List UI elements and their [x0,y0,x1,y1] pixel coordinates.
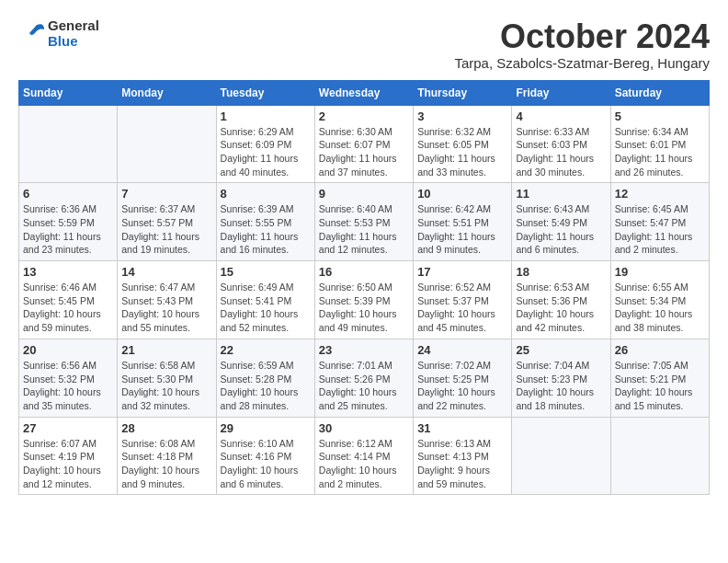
day-number: 1 [221,109,311,123]
day-number: 7 [121,187,211,201]
calendar-cell: 5Sunrise: 6:34 AM Sunset: 6:01 PM Daylig… [610,105,709,183]
calendar-cell [118,105,216,183]
day-info: Sunrise: 7:01 AM Sunset: 5:26 PM Dayligh… [319,359,409,413]
logo-general: General [48,18,99,34]
calendar-cell: 7Sunrise: 6:37 AM Sunset: 5:57 PM Daylig… [118,183,216,261]
calendar-cell [610,417,709,495]
day-info: Sunrise: 7:05 AM Sunset: 5:21 PM Dayligh… [615,359,705,413]
calendar-cell: 10Sunrise: 6:42 AM Sunset: 5:51 PM Dayli… [414,183,512,261]
calendar-cell: 18Sunrise: 6:53 AM Sunset: 5:36 PM Dayli… [512,261,610,339]
day-info: Sunrise: 6:10 AM Sunset: 4:16 PM Dayligh… [221,437,311,491]
day-info: Sunrise: 6:49 AM Sunset: 5:41 PM Dayligh… [221,281,311,335]
day-number: 10 [417,187,507,201]
day-info: Sunrise: 7:04 AM Sunset: 5:23 PM Dayligh… [516,359,606,413]
calendar-week-row: 20Sunrise: 6:56 AM Sunset: 5:32 PM Dayli… [19,339,710,417]
day-number: 28 [121,421,211,435]
day-info: Sunrise: 6:36 AM Sunset: 5:59 PM Dayligh… [23,202,113,257]
day-number: 23 [319,343,409,357]
day-of-week-header: Friday [512,80,610,105]
day-number: 5 [615,109,705,123]
day-info: Sunrise: 6:34 AM Sunset: 6:01 PM Dayligh… [615,125,705,179]
day-info: Sunrise: 6:40 AM Sunset: 5:53 PM Dayligh… [319,202,409,257]
calendar-cell: 22Sunrise: 6:59 AM Sunset: 5:28 PM Dayli… [216,339,314,417]
calendar-cell: 26Sunrise: 7:05 AM Sunset: 5:21 PM Dayli… [610,339,709,417]
day-info: Sunrise: 6:32 AM Sunset: 6:05 PM Dayligh… [417,125,507,179]
day-info: Sunrise: 6:53 AM Sunset: 5:36 PM Dayligh… [516,281,606,335]
calendar-cell: 8Sunrise: 6:39 AM Sunset: 5:55 PM Daylig… [216,183,314,261]
day-number: 22 [221,343,311,357]
day-number: 17 [417,265,507,279]
day-number: 31 [417,421,507,435]
day-info: Sunrise: 6:45 AM Sunset: 5:47 PM Dayligh… [615,202,705,257]
day-info: Sunrise: 6:58 AM Sunset: 5:30 PM Dayligh… [121,359,211,413]
calendar-week-row: 1Sunrise: 6:29 AM Sunset: 6:09 PM Daylig… [19,105,710,183]
day-info: Sunrise: 6:08 AM Sunset: 4:18 PM Dayligh… [121,437,211,491]
day-info: Sunrise: 6:33 AM Sunset: 6:03 PM Dayligh… [516,125,606,179]
day-number: 29 [221,421,311,435]
day-of-week-header: Tuesday [216,80,314,105]
calendar-cell: 9Sunrise: 6:40 AM Sunset: 5:53 PM Daylig… [314,183,413,261]
day-number: 4 [516,109,606,123]
day-number: 21 [121,343,211,357]
day-number: 25 [516,343,606,357]
calendar-table: SundayMondayTuesdayWednesdayThursdayFrid… [18,80,710,496]
day-of-week-header: Thursday [414,80,512,105]
day-number: 2 [319,109,409,123]
calendar-week-row: 6Sunrise: 6:36 AM Sunset: 5:59 PM Daylig… [19,183,710,261]
day-number: 13 [23,265,113,279]
day-of-week-header: Sunday [19,80,118,105]
calendar-cell [512,417,610,495]
calendar-cell: 25Sunrise: 7:04 AM Sunset: 5:23 PM Dayli… [512,339,610,417]
day-number: 20 [23,343,113,357]
day-info: Sunrise: 6:42 AM Sunset: 5:51 PM Dayligh… [417,202,507,257]
page-header: General Blue October 2024 Tarpa, Szabolc… [18,18,710,71]
day-info: Sunrise: 6:52 AM Sunset: 5:37 PM Dayligh… [417,281,507,335]
day-info: Sunrise: 6:55 AM Sunset: 5:34 PM Dayligh… [615,281,705,335]
calendar-cell: 3Sunrise: 6:32 AM Sunset: 6:05 PM Daylig… [414,105,512,183]
day-info: Sunrise: 6:30 AM Sunset: 6:07 PM Dayligh… [319,125,409,179]
calendar-cell: 30Sunrise: 6:12 AM Sunset: 4:14 PM Dayli… [314,417,413,495]
calendar-cell: 19Sunrise: 6:55 AM Sunset: 5:34 PM Dayli… [610,261,709,339]
calendar-cell: 21Sunrise: 6:58 AM Sunset: 5:30 PM Dayli… [118,339,216,417]
day-number: 11 [516,187,606,201]
day-info: Sunrise: 6:13 AM Sunset: 4:13 PM Dayligh… [417,437,507,491]
month-title: October 2024 [454,18,710,55]
day-number: 3 [417,109,507,123]
day-number: 12 [615,187,705,201]
calendar-cell: 12Sunrise: 6:45 AM Sunset: 5:47 PM Dayli… [610,183,709,261]
location-subtitle: Tarpa, Szabolcs-Szatmar-Bereg, Hungary [454,55,710,71]
day-info: Sunrise: 6:07 AM Sunset: 4:19 PM Dayligh… [23,437,113,491]
calendar-cell: 16Sunrise: 6:50 AM Sunset: 5:39 PM Dayli… [314,261,413,339]
calendar-cell: 24Sunrise: 7:02 AM Sunset: 5:25 PM Dayli… [414,339,512,417]
calendar-cell: 14Sunrise: 6:47 AM Sunset: 5:43 PM Dayli… [118,261,216,339]
day-of-week-header: Monday [118,80,216,105]
day-number: 8 [221,187,311,201]
day-of-week-header: Wednesday [314,80,413,105]
day-info: Sunrise: 6:12 AM Sunset: 4:14 PM Dayligh… [319,437,409,491]
calendar-week-row: 27Sunrise: 6:07 AM Sunset: 4:19 PM Dayli… [19,417,710,495]
day-number: 9 [319,187,409,201]
calendar-cell: 1Sunrise: 6:29 AM Sunset: 6:09 PM Daylig… [216,105,314,183]
calendar-cell: 29Sunrise: 6:10 AM Sunset: 4:16 PM Dayli… [216,417,314,495]
logo: General Blue [18,18,99,49]
calendar-cell: 17Sunrise: 6:52 AM Sunset: 5:37 PM Dayli… [414,261,512,339]
day-info: Sunrise: 7:02 AM Sunset: 5:25 PM Dayligh… [417,359,507,413]
title-block: October 2024 Tarpa, Szabolcs-Szatmar-Ber… [454,18,710,71]
day-number: 14 [121,265,211,279]
day-info: Sunrise: 6:56 AM Sunset: 5:32 PM Dayligh… [23,359,113,413]
day-info: Sunrise: 6:59 AM Sunset: 5:28 PM Dayligh… [221,359,311,413]
calendar-cell: 28Sunrise: 6:08 AM Sunset: 4:18 PM Dayli… [118,417,216,495]
day-number: 19 [615,265,705,279]
day-info: Sunrise: 6:50 AM Sunset: 5:39 PM Dayligh… [319,281,409,335]
calendar-cell: 27Sunrise: 6:07 AM Sunset: 4:19 PM Dayli… [19,417,118,495]
day-number: 24 [417,343,507,357]
day-number: 26 [615,343,705,357]
calendar-week-row: 13Sunrise: 6:46 AM Sunset: 5:45 PM Dayli… [19,261,710,339]
calendar-cell: 31Sunrise: 6:13 AM Sunset: 4:13 PM Dayli… [414,417,512,495]
logo-bird-icon [18,20,46,48]
day-info: Sunrise: 6:47 AM Sunset: 5:43 PM Dayligh… [121,281,211,335]
day-number: 18 [516,265,606,279]
day-number: 16 [319,265,409,279]
calendar-cell: 20Sunrise: 6:56 AM Sunset: 5:32 PM Dayli… [19,339,118,417]
day-info: Sunrise: 6:46 AM Sunset: 5:45 PM Dayligh… [23,281,113,335]
